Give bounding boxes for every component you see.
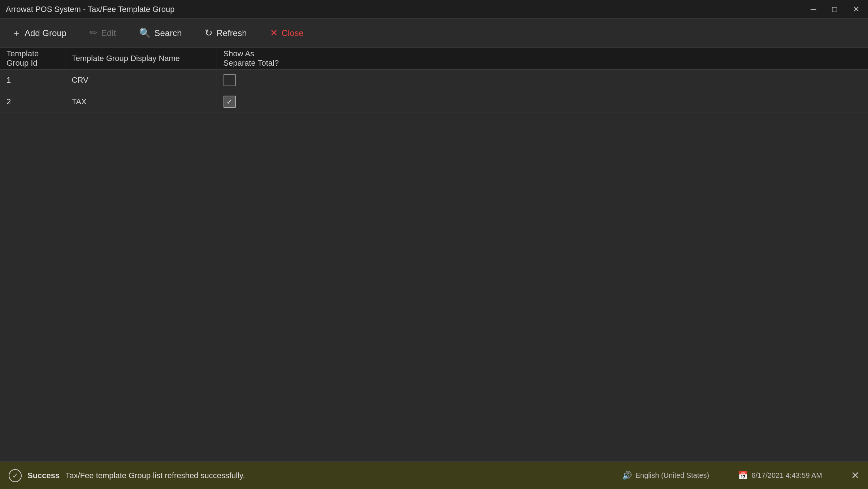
search-button[interactable]: 🔍 Search: [135, 25, 186, 42]
datetime-label: 6/17/2021 4:43:59 AM: [751, 471, 822, 480]
plus-icon: ＋: [12, 27, 21, 39]
language-info: 🔊 English (United States): [622, 471, 709, 480]
success-icon: ✓: [9, 469, 22, 482]
cell-id: 1: [0, 69, 65, 91]
close-button[interactable]: ✕ Close: [266, 25, 308, 42]
calendar-icon: 📅: [738, 471, 748, 480]
language-icon: 🔊: [622, 471, 632, 480]
column-header-name: Template Group Display Name: [65, 48, 217, 69]
cell-name: TAX: [65, 91, 217, 113]
toolbar: ＋ Add Group ✏ Edit 🔍 Search ↻ Refresh ✕ …: [0, 19, 868, 48]
status-bar: ✓ Success Tax/Fee template Group list re…: [0, 462, 868, 489]
status-left: ✓ Success Tax/Fee template Group list re…: [9, 469, 245, 482]
cell-rest: [289, 91, 868, 113]
cell-separate-total[interactable]: [217, 91, 289, 113]
search-label: Search: [154, 28, 182, 38]
column-header-id: Template Group Id: [0, 48, 65, 69]
table-row[interactable]: 2TAX: [0, 91, 868, 113]
language-label: English (United States): [635, 471, 709, 480]
add-group-label: Add Group: [25, 28, 66, 38]
checkbox-separate-total[interactable]: [223, 74, 236, 86]
cell-rest: [289, 69, 868, 91]
column-header-rest: [289, 48, 868, 69]
datetime-info: 📅 6/17/2021 4:43:59 AM: [738, 471, 822, 480]
status-success-label: Success: [27, 471, 60, 480]
search-icon: 🔍: [139, 27, 151, 39]
title-bar: Arrowat POS System - Tax/Fee Template Gr…: [0, 0, 868, 19]
refresh-label: Refresh: [216, 28, 247, 38]
close-icon: ✕: [270, 27, 278, 39]
table-header-row: Template Group Id Template Group Display…: [0, 48, 868, 69]
minimize-button[interactable]: ─: [808, 3, 819, 16]
window-controls: ─ □ ✕: [808, 3, 862, 16]
edit-icon: ✏: [90, 27, 97, 39]
status-close-button[interactable]: ✕: [851, 470, 859, 481]
refresh-button[interactable]: ↻ Refresh: [200, 25, 251, 42]
edit-button[interactable]: ✏ Edit: [85, 25, 120, 42]
cell-separate-total[interactable]: [217, 69, 289, 91]
table-row[interactable]: 1CRV: [0, 69, 868, 91]
window-title: Arrowat POS System - Tax/Fee Template Gr…: [6, 5, 174, 14]
close-label: Close: [282, 28, 304, 38]
data-table: Template Group Id Template Group Display…: [0, 48, 868, 113]
cell-name: CRV: [65, 69, 217, 91]
refresh-icon: ↻: [205, 27, 213, 39]
checkbox-separate-total[interactable]: [223, 96, 236, 108]
status-message: Tax/Fee template Group list refreshed su…: [65, 471, 245, 480]
main-content: Template Group Id Template Group Display…: [0, 48, 868, 462]
edit-label: Edit: [101, 28, 116, 38]
cell-id: 2: [0, 91, 65, 113]
window-close-button[interactable]: ✕: [850, 3, 862, 16]
column-header-separate: Show As Separate Total?: [217, 48, 289, 69]
add-group-button[interactable]: ＋ Add Group: [7, 24, 71, 42]
maximize-button[interactable]: □: [829, 3, 840, 16]
